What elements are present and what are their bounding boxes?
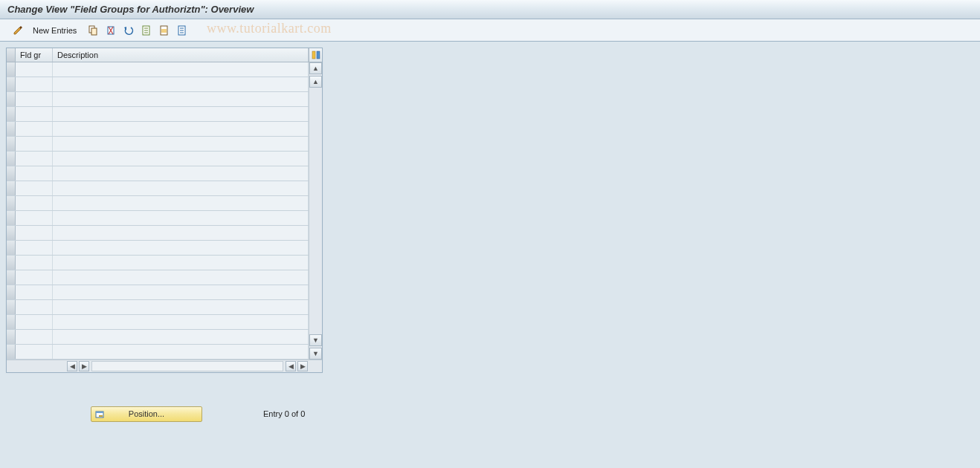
row-selector[interactable] (7, 241, 16, 255)
column-header-description[interactable]: Description (53, 48, 309, 62)
row-selector[interactable] (7, 345, 16, 359)
column-header-fld-gr[interactable]: Fld gr (16, 48, 53, 62)
cell-fld-gr[interactable] (16, 211, 53, 225)
cell-description[interactable] (53, 211, 309, 225)
copy-as-icon[interactable] (86, 23, 100, 38)
cell-description[interactable] (53, 122, 309, 136)
cell-fld-gr[interactable] (16, 92, 53, 106)
select-all-icon[interactable] (139, 23, 154, 38)
table-row (7, 196, 309, 211)
row-selector[interactable] (7, 62, 16, 77)
row-selector[interactable] (7, 181, 16, 195)
table-settings-icon[interactable] (309, 48, 322, 62)
table-header: Fld gr Description (7, 48, 322, 62)
row-selector[interactable] (7, 315, 16, 329)
new-entries-button[interactable]: New Entries (33, 26, 77, 35)
row-selector[interactable] (7, 256, 16, 270)
cell-fld-gr[interactable] (16, 226, 53, 240)
row-selector[interactable] (7, 166, 16, 181)
row-selector[interactable] (7, 226, 16, 240)
row-selector[interactable] (7, 300, 16, 314)
toggle-display-change-icon[interactable] (10, 23, 25, 38)
row-selector-header[interactable] (7, 48, 16, 62)
cell-fld-gr[interactable] (16, 181, 53, 195)
row-selector[interactable] (7, 211, 16, 225)
row-selector[interactable] (7, 196, 16, 210)
cell-description[interactable] (53, 62, 309, 77)
cell-fld-gr[interactable] (16, 345, 53, 359)
row-selector[interactable] (7, 330, 16, 344)
table-row (7, 92, 309, 107)
row-selector[interactable] (7, 270, 16, 285)
title-bar: Change View "Field Groups for Authoriztn… (0, 0, 980, 19)
row-selector[interactable] (7, 137, 16, 151)
cell-fld-gr[interactable] (16, 77, 53, 91)
vertical-scrollbar[interactable]: ▲ ▲ ▼ ▼ (309, 62, 322, 360)
cell-description[interactable] (53, 270, 309, 285)
cell-description[interactable] (53, 92, 309, 106)
svg-rect-8 (317, 51, 320, 59)
cell-description[interactable] (53, 226, 309, 240)
cell-fld-gr[interactable] (16, 300, 53, 314)
cell-description[interactable] (53, 107, 309, 121)
cell-fld-gr[interactable] (16, 152, 53, 166)
cell-description[interactable] (53, 345, 309, 359)
deselect-all-icon[interactable] (175, 23, 190, 38)
row-selector[interactable] (7, 92, 16, 106)
cell-fld-gr[interactable] (16, 315, 53, 329)
cell-fld-gr[interactable] (16, 62, 53, 77)
cell-fld-gr[interactable] (16, 137, 53, 151)
cell-description[interactable] (53, 315, 309, 329)
row-selector[interactable] (7, 122, 16, 136)
scroll-right-end-icon[interactable]: ▶ (297, 361, 308, 371)
cell-description[interactable] (53, 241, 309, 255)
page-title: Change View "Field Groups for Authoriztn… (7, 4, 254, 15)
table-row (7, 62, 309, 77)
cell-fld-gr[interactable] (16, 256, 53, 270)
cell-description[interactable] (53, 181, 309, 195)
table-footer: ◀ ▶ ◀ ▶ (7, 360, 322, 372)
table-row (7, 211, 309, 226)
cell-fld-gr[interactable] (16, 196, 53, 210)
cell-description[interactable] (53, 256, 309, 270)
cell-fld-gr[interactable] (16, 122, 53, 136)
cell-description[interactable] (53, 285, 309, 299)
scroll-down-icon[interactable]: ▼ (309, 348, 322, 360)
row-selector[interactable] (7, 77, 16, 91)
cell-description[interactable] (53, 166, 309, 181)
scroll-left-end-icon[interactable]: ◀ (286, 361, 296, 371)
cell-description[interactable] (53, 300, 309, 314)
svg-rect-1 (91, 28, 97, 35)
scroll-up-icon[interactable]: ▲ (309, 62, 322, 74)
toolbar: New Entries www.tutorialkart.com (0, 19, 980, 42)
table-row (7, 181, 309, 196)
undo-change-icon[interactable] (121, 23, 136, 38)
row-selector[interactable] (7, 152, 16, 166)
scroll-up-icon[interactable]: ▲ (309, 76, 322, 88)
table-row (7, 226, 309, 241)
horizontal-scroll-track[interactable] (91, 361, 283, 371)
select-block-icon[interactable] (157, 23, 172, 38)
svg-rect-10 (96, 412, 103, 413)
cell-description[interactable] (53, 152, 309, 166)
delete-icon[interactable] (103, 23, 118, 38)
cell-fld-gr[interactable] (16, 330, 53, 344)
cell-fld-gr[interactable] (16, 241, 53, 255)
position-button-label: Position... (129, 409, 164, 418)
svg-rect-5 (161, 29, 167, 33)
scroll-left-icon[interactable]: ◀ (67, 361, 77, 371)
row-selector[interactable] (7, 285, 16, 299)
svg-rect-7 (312, 51, 315, 59)
row-selector[interactable] (7, 107, 16, 121)
cell-fld-gr[interactable] (16, 285, 53, 299)
scroll-right-icon[interactable]: ▶ (79, 361, 89, 371)
cell-fld-gr[interactable] (16, 107, 53, 121)
cell-description[interactable] (53, 330, 309, 344)
cell-description[interactable] (53, 77, 309, 91)
scroll-down-icon[interactable]: ▼ (309, 334, 322, 346)
cell-fld-gr[interactable] (16, 270, 53, 285)
cell-description[interactable] (53, 137, 309, 151)
cell-description[interactable] (53, 196, 309, 210)
cell-fld-gr[interactable] (16, 166, 53, 181)
position-button[interactable]: Position... (91, 406, 202, 422)
